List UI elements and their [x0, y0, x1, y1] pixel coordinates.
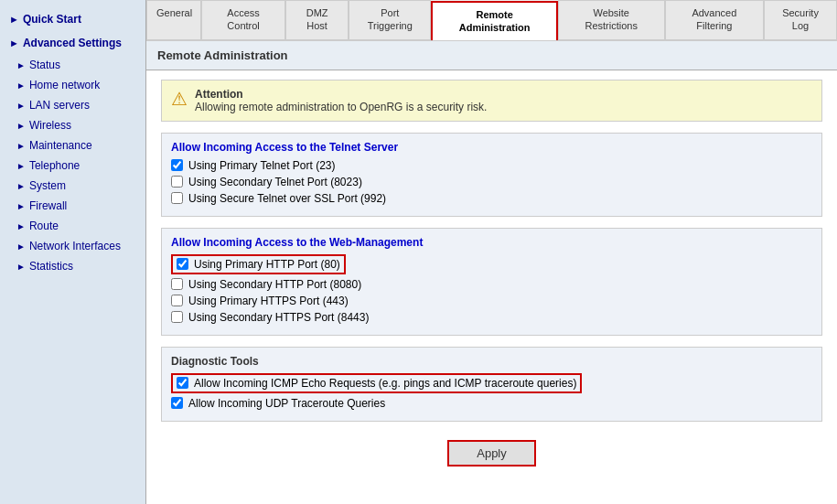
sidebar-item-label: Advanced Settings [23, 37, 122, 49]
arrow-icon: ► [16, 60, 26, 70]
sidebar-item-label: Telephone [29, 159, 80, 172]
arrow-icon: ► [16, 241, 26, 252]
sidebar-item-label: System [29, 179, 66, 192]
sidebar-item-wireless[interactable]: ► Wireless [0, 115, 145, 135]
tab-security-log[interactable]: Security Log [764, 0, 837, 39]
sidebar-item-label: Route [29, 220, 59, 232]
https-secondary-row: Using Secondary HTTPS Port (8443) [171, 311, 812, 324]
telnet-primary-checkbox[interactable] [171, 159, 183, 171]
http-secondary-row: Using Secondary HTTP Port (8080) [171, 278, 812, 291]
https-primary-checkbox[interactable] [171, 295, 183, 306]
diag-section: Diagnostic Tools Allow Incoming ICMP Ech… [161, 347, 822, 422]
http-primary-checkbox[interactable] [177, 258, 188, 270]
sidebar-item-label: Firewall [29, 199, 67, 212]
telnet-secondary-label: Using Secondary Telnet Port (8023) [188, 176, 362, 188]
content-area: Remote Administration ⚠ Attention Allowi… [146, 41, 837, 504]
telnet-ssl-label: Using Secure Telnet over SSL Port (992) [188, 192, 386, 205]
udp-traceroute-checkbox[interactable] [171, 397, 183, 409]
sidebar-item-lan-servers[interactable]: ► LAN servers [0, 95, 145, 115]
https-primary-row: Using Primary HTTPS Port (443) [171, 295, 812, 307]
arrow-icon: ► [16, 101, 26, 111]
sidebar-item-label: Maintenance [29, 139, 92, 152]
main-section: ⚠ Attention Allowing remote administrati… [146, 70, 837, 483]
arrow-icon: ► [9, 38, 19, 48]
http-primary-label: Using Primary HTTP Port (80) [194, 258, 340, 271]
sidebar-item-telephone[interactable]: ► Telephone [0, 155, 145, 176]
page-title: Remote Administration [146, 41, 837, 70]
sidebar: ► Quick Start ► Advanced Settings ► Stat… [0, 0, 146, 504]
tab-website-restrictions[interactable]: Website Restrictions [558, 0, 665, 39]
telnet-section: Allow Incoming Access to the Telnet Serv… [161, 133, 822, 217]
https-secondary-checkbox[interactable] [171, 311, 183, 323]
udp-traceroute-row: Allow Incoming UDP Traceroute Queries [171, 397, 812, 410]
sidebar-item-label: Network Interfaces [29, 240, 121, 252]
sidebar-item-network-interfaces[interactable]: ► Network Interfaces [0, 236, 145, 256]
sidebar-item-statistics[interactable]: ► Statistics [0, 256, 145, 276]
arrow-icon: ► [16, 141, 26, 151]
https-primary-label: Using Primary HTTPS Port (443) [188, 295, 349, 307]
arrow-icon: ► [9, 14, 19, 25]
http-secondary-checkbox[interactable] [171, 278, 183, 290]
web-section: Allow Incoming Access to the Web-Managem… [161, 228, 822, 336]
arrow-icon: ► [16, 161, 26, 171]
sidebar-item-route[interactable]: ► Route [0, 216, 145, 236]
http-primary-row-highlighted: Using Primary HTTP Port (80) [171, 254, 346, 274]
sidebar-item-system[interactable]: ► System [0, 176, 145, 196]
sidebar-item-label: Status [29, 59, 60, 71]
sidebar-item-label: LAN servers [29, 99, 90, 112]
icmp-row-highlighted: Allow Incoming ICMP Echo Requests (e.g. … [171, 373, 582, 393]
arrow-icon: ► [16, 121, 26, 131]
sidebar-item-maintenance[interactable]: ► Maintenance [0, 135, 145, 155]
apply-button[interactable]: Apply [447, 440, 536, 466]
telnet-ssl-checkbox[interactable] [171, 192, 183, 204]
telnet-secondary-checkbox[interactable] [171, 176, 183, 188]
http-secondary-label: Using Secondary HTTP Port (8080) [188, 278, 361, 291]
apply-row: Apply [161, 433, 822, 474]
sidebar-item-advanced-settings[interactable]: ► Advanced Settings [0, 31, 145, 55]
attention-content: Attention Allowing remote administration… [195, 88, 487, 113]
sidebar-item-firewall[interactable]: ► Firewall [0, 196, 145, 216]
attention-body: Allowing remote administration to OpenRG… [195, 101, 487, 113]
icmp-checkbox[interactable] [177, 377, 188, 389]
telnet-secondary-row: Using Secondary Telnet Port (8023) [171, 176, 812, 188]
main-panel: General Access Control DMZ Host Port Tri… [146, 0, 837, 504]
telnet-ssl-row: Using Secure Telnet over SSL Port (992) [171, 192, 812, 205]
icmp-highlighted-wrapper: Allow Incoming ICMP Echo Requests (e.g. … [171, 373, 812, 393]
arrow-icon: ► [16, 262, 26, 272]
arrow-icon: ► [16, 201, 26, 211]
attention-box: ⚠ Attention Allowing remote administrati… [161, 80, 822, 122]
arrow-icon: ► [16, 80, 26, 91]
tab-access-control[interactable]: Access Control [201, 0, 285, 39]
telnet-primary-label: Using Primary Telnet Port (23) [188, 159, 336, 172]
diag-section-title: Diagnostic Tools [171, 355, 812, 368]
attention-title: Attention [195, 88, 487, 101]
web-section-title: Allow Incoming Access to the Web-Managem… [171, 236, 812, 249]
tab-port-triggering[interactable]: Port Triggering [349, 0, 431, 39]
tab-general[interactable]: General [146, 0, 201, 39]
tab-dmz-host[interactable]: DMZ Host [285, 0, 349, 39]
sidebar-item-home-network[interactable]: ► Home network [0, 75, 145, 95]
sidebar-item-label: Wireless [29, 119, 71, 132]
https-secondary-label: Using Secondary HTTPS Port (8443) [188, 311, 369, 324]
sidebar-item-quick-start[interactable]: ► Quick Start [0, 7, 145, 31]
icmp-label: Allow Incoming ICMP Echo Requests (e.g. … [194, 377, 576, 390]
http-primary-highlighted-wrapper: Using Primary HTTP Port (80) [171, 254, 812, 274]
telnet-primary-row: Using Primary Telnet Port (23) [171, 159, 812, 172]
tab-advanced-filtering[interactable]: Advanced Filtering [665, 0, 764, 39]
sidebar-item-status[interactable]: ► Status [0, 55, 145, 75]
arrow-icon: ► [16, 221, 26, 231]
tab-bar: General Access Control DMZ Host Port Tri… [146, 0, 837, 41]
arrow-icon: ► [16, 181, 26, 191]
warning-icon: ⚠ [171, 88, 188, 110]
udp-traceroute-label: Allow Incoming UDP Traceroute Queries [188, 397, 385, 410]
sidebar-item-label: Statistics [29, 260, 73, 273]
sidebar-item-label: Home network [29, 79, 100, 91]
telnet-section-title: Allow Incoming Access to the Telnet Serv… [171, 141, 812, 154]
tab-remote-administration[interactable]: Remote Administration [431, 1, 557, 40]
sidebar-item-label: Quick Start [23, 13, 81, 26]
